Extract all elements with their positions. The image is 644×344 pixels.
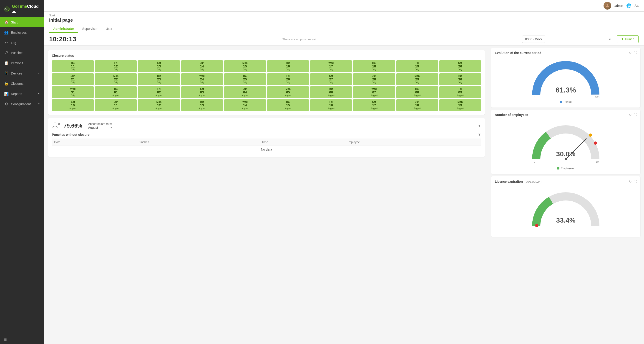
calendar-cell[interactable]: Thu15August xyxy=(267,99,309,111)
table-header-row: Date Punches Time Employee xyxy=(52,138,481,146)
tab-user[interactable]: User xyxy=(102,25,117,33)
evolution-fullscreen-button[interactable]: ⛶ xyxy=(634,51,637,55)
licence-chart-actions: ↻ ⛶ xyxy=(629,180,637,183)
calendar-cell[interactable]: Fri02August xyxy=(138,86,180,98)
sidebar-item-configurations-label: Configurations xyxy=(11,102,32,106)
calendar-cell[interactable]: Thu11July xyxy=(52,60,94,72)
calendar-cell[interactable]: Sat03August xyxy=(181,86,223,98)
calendar-cell[interactable]: Sun18August xyxy=(396,99,438,111)
calendar-cell[interactable]: Fri19July xyxy=(396,60,438,72)
sidebar-item-configurations[interactable]: ⚙ Configurations ▾ xyxy=(0,99,44,109)
svg-text:33.4%: 33.4% xyxy=(556,216,575,224)
evolution-chart-actions: ↻ ⛶ xyxy=(629,51,637,55)
evolution-chart-card: Evolution of the current period ↻ ⛶ 0 xyxy=(491,48,640,107)
calendar-cell[interactable]: Wed24July xyxy=(181,73,223,85)
no-punches-text: There are no punches yet xyxy=(80,38,518,41)
reports-icon: 📊 xyxy=(4,92,9,96)
chevron-down-icon-reports: ▾ xyxy=(38,92,40,95)
punches-icon: ⏱ xyxy=(4,51,9,55)
punch-type-select[interactable]: 0000 - Work xyxy=(522,36,545,43)
calendar-cell[interactable]: Wed07August xyxy=(353,86,395,98)
licence-chart-title: Licence expiration xyxy=(495,180,523,183)
sidebar-item-employees[interactable]: 👥 Employees xyxy=(0,27,44,38)
calendar-cell[interactable]: Fri16August xyxy=(310,99,352,111)
employees-fullscreen-button[interactable]: ⛶ xyxy=(634,113,637,117)
sidebar-item-devices[interactable]: 📱 Devices ▾ xyxy=(0,68,44,78)
devices-icon: 📱 xyxy=(4,71,9,75)
punch-bar: 10:20:13 There are no punches yet 0000 -… xyxy=(44,33,644,46)
absenteeism-icon xyxy=(52,122,60,130)
col-punches: Punches xyxy=(135,138,260,146)
filter-icon-table[interactable]: ▼ xyxy=(478,133,481,137)
calendar-cell[interactable]: Mon12August xyxy=(138,99,180,111)
font-size-button[interactable]: Aa xyxy=(634,4,638,8)
calendar-cell[interactable]: Fri26July xyxy=(267,73,309,85)
calendar-cell[interactable]: Thu25July xyxy=(224,73,266,85)
calendar-cell[interactable]: Sun11August xyxy=(95,99,137,111)
tab-supervisor[interactable]: Supervisor xyxy=(78,25,102,33)
evolution-chart-title: Evolution of the current period xyxy=(495,51,542,55)
punch-button-label: Punch xyxy=(625,37,634,41)
tabs: Administrator Supervisor User xyxy=(49,25,638,33)
tab-administrator[interactable]: Administrator xyxy=(49,25,78,33)
sidebar-item-closures[interactable]: 🔒 Closures xyxy=(0,78,44,89)
calendar-cell[interactable]: Wed31July xyxy=(52,86,94,98)
calendar-cell[interactable]: Sun28July xyxy=(353,73,395,85)
calendar-cell[interactable]: Mon29July xyxy=(396,73,438,85)
punches-table: Date Punches Time Employee No data xyxy=(52,138,481,153)
employees-chart-actions: ↻ ⛶ xyxy=(629,113,637,117)
calendar-cell[interactable]: Tue23July xyxy=(138,73,180,85)
calendar-cell[interactable]: Thu18July xyxy=(353,60,395,72)
absenteeism-row: 79.66% Absenteeism rate: August July Jun… xyxy=(52,122,481,130)
log-icon: ↩ xyxy=(4,41,9,45)
sidebar-nav: 🏠 Start 👥 Employees ↩ Log ⏱ Punches 📋 Pe… xyxy=(0,17,44,335)
sidebar-item-punches[interactable]: ⏱ Punches xyxy=(0,48,44,58)
svg-text:0: 0 xyxy=(534,160,535,163)
absenteeism-month-select[interactable]: August July June xyxy=(88,126,102,129)
sidebar-item-reports[interactable]: 📊 Reports ▾ xyxy=(0,89,44,99)
calendar-cell[interactable]: Wed17July xyxy=(310,60,352,72)
svg-point-12 xyxy=(594,141,597,145)
calendar-cell[interactable]: Tue13August xyxy=(181,99,223,111)
globe-icon[interactable]: 🌐 xyxy=(626,3,631,8)
svg-text:100: 100 xyxy=(595,96,600,99)
calendar-cell[interactable]: Tue16July xyxy=(267,60,309,72)
chevron-down-icon-config: ▾ xyxy=(38,102,40,105)
evolution-refresh-button[interactable]: ↻ xyxy=(629,51,632,55)
punch-button[interactable]: ⬆ Punch xyxy=(617,35,638,43)
licence-refresh-button[interactable]: ↻ xyxy=(629,180,632,183)
calendar-cell[interactable]: Sun14July xyxy=(181,60,223,72)
calendar-cell[interactable]: Sat27July xyxy=(310,73,352,85)
calendar-cell[interactable]: Sun21July xyxy=(52,73,94,85)
calendar-cell[interactable]: Mon05August xyxy=(267,86,309,98)
breadcrumb: Start xyxy=(49,14,638,17)
sidebar-item-log[interactable]: ↩ Log xyxy=(0,38,44,48)
calendar-cell[interactable]: Sun04August xyxy=(224,86,266,98)
employees-chart-card: Number of employees ↻ ⛶ 0 10 xyxy=(491,110,640,174)
calendar-cell[interactable]: Fri12July xyxy=(95,60,137,72)
calendar-cell[interactable]: Wed14August xyxy=(224,99,266,111)
calendar-cell[interactable]: Sat13July xyxy=(138,60,180,72)
calendar-cell[interactable]: Mon22July xyxy=(95,73,137,85)
calendar-cell[interactable]: Thu01August xyxy=(95,86,137,98)
employees-refresh-button[interactable]: ↻ xyxy=(629,113,632,117)
calendar-cell[interactable]: Tue06August xyxy=(310,86,352,98)
filter-icon-absenteeism[interactable]: ▼ xyxy=(478,124,481,128)
calendar-cell[interactable]: Sat17August xyxy=(353,99,395,111)
evolution-gauge-svg: 0 100 61.3% xyxy=(530,58,602,99)
licence-fullscreen-button[interactable]: ⛶ xyxy=(634,180,637,183)
sidebar-item-petitions[interactable]: 📋 Petitions xyxy=(0,58,44,68)
calendar-cell[interactable]: Thu08August xyxy=(396,86,438,98)
sidebar-collapse-button[interactable]: ☰ xyxy=(0,335,44,344)
calendar-cell[interactable]: Fri09August xyxy=(439,86,481,98)
calendar-cell[interactable]: Mon15July xyxy=(224,60,266,72)
employees-chart-header: Number of employees ↻ ⛶ xyxy=(495,113,637,117)
sidebar-item-start[interactable]: 🏠 Start xyxy=(0,17,44,27)
calendar-cell[interactable]: Sat10August xyxy=(52,99,94,111)
calendar-cell[interactable]: Tue30July xyxy=(439,73,481,85)
calendar-cell[interactable]: Mon19August xyxy=(439,99,481,111)
logo: G GoTimeCloud ☁ xyxy=(0,0,44,17)
calendar-cell[interactable]: Sat20July xyxy=(439,60,481,72)
sidebar-item-log-label: Log xyxy=(11,41,16,45)
absenteeism-card: 79.66% Absenteeism rate: August July Jun… xyxy=(48,118,485,157)
